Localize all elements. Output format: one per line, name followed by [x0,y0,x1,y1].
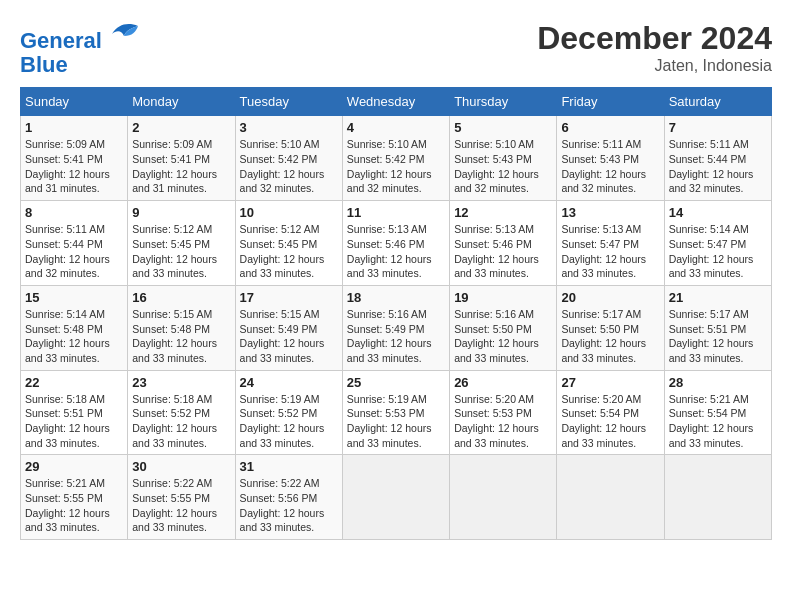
weekday-friday: Friday [557,88,664,116]
week-row-4: 22Sunrise: 5:18 AMSunset: 5:51 PMDayligh… [21,370,772,455]
day-info: Sunrise: 5:22 AMSunset: 5:55 PMDaylight:… [132,476,230,535]
day-number: 17 [240,290,338,305]
day-number: 9 [132,205,230,220]
weekday-saturday: Saturday [664,88,771,116]
calendar-cell: 14Sunrise: 5:14 AMSunset: 5:47 PMDayligh… [664,201,771,286]
calendar-cell [342,455,449,540]
calendar-cell: 17Sunrise: 5:15 AMSunset: 5:49 PMDayligh… [235,285,342,370]
calendar-cell: 1Sunrise: 5:09 AMSunset: 5:41 PMDaylight… [21,116,128,201]
day-number: 12 [454,205,552,220]
day-info: Sunrise: 5:19 AMSunset: 5:52 PMDaylight:… [240,392,338,451]
day-info: Sunrise: 5:17 AMSunset: 5:50 PMDaylight:… [561,307,659,366]
calendar-table: SundayMondayTuesdayWednesdayThursdayFrid… [20,87,772,540]
day-number: 28 [669,375,767,390]
day-number: 6 [561,120,659,135]
day-info: Sunrise: 5:09 AMSunset: 5:41 PMDaylight:… [132,137,230,196]
calendar-cell: 19Sunrise: 5:16 AMSunset: 5:50 PMDayligh… [450,285,557,370]
calendar-cell: 21Sunrise: 5:17 AMSunset: 5:51 PMDayligh… [664,285,771,370]
logo-blue: Blue [20,52,68,77]
calendar-cell: 11Sunrise: 5:13 AMSunset: 5:46 PMDayligh… [342,201,449,286]
day-info: Sunrise: 5:12 AMSunset: 5:45 PMDaylight:… [132,222,230,281]
day-info: Sunrise: 5:10 AMSunset: 5:43 PMDaylight:… [454,137,552,196]
day-number: 21 [669,290,767,305]
weekday-header-row: SundayMondayTuesdayWednesdayThursdayFrid… [21,88,772,116]
day-info: Sunrise: 5:11 AMSunset: 5:44 PMDaylight:… [669,137,767,196]
day-number: 8 [25,205,123,220]
day-info: Sunrise: 5:15 AMSunset: 5:48 PMDaylight:… [132,307,230,366]
week-row-2: 8Sunrise: 5:11 AMSunset: 5:44 PMDaylight… [21,201,772,286]
calendar-cell [557,455,664,540]
day-number: 25 [347,375,445,390]
calendar-cell: 23Sunrise: 5:18 AMSunset: 5:52 PMDayligh… [128,370,235,455]
day-info: Sunrise: 5:17 AMSunset: 5:51 PMDaylight:… [669,307,767,366]
calendar-cell: 16Sunrise: 5:15 AMSunset: 5:48 PMDayligh… [128,285,235,370]
day-info: Sunrise: 5:12 AMSunset: 5:45 PMDaylight:… [240,222,338,281]
day-number: 30 [132,459,230,474]
calendar-cell: 31Sunrise: 5:22 AMSunset: 5:56 PMDayligh… [235,455,342,540]
calendar-cell [664,455,771,540]
calendar-cell: 7Sunrise: 5:11 AMSunset: 5:44 PMDaylight… [664,116,771,201]
weekday-tuesday: Tuesday [235,88,342,116]
day-info: Sunrise: 5:13 AMSunset: 5:47 PMDaylight:… [561,222,659,281]
day-number: 29 [25,459,123,474]
day-number: 5 [454,120,552,135]
calendar-cell: 26Sunrise: 5:20 AMSunset: 5:53 PMDayligh… [450,370,557,455]
calendar-cell: 9Sunrise: 5:12 AMSunset: 5:45 PMDaylight… [128,201,235,286]
logo-general: General [20,28,102,53]
day-info: Sunrise: 5:20 AMSunset: 5:53 PMDaylight:… [454,392,552,451]
calendar-cell: 28Sunrise: 5:21 AMSunset: 5:54 PMDayligh… [664,370,771,455]
day-info: Sunrise: 5:21 AMSunset: 5:55 PMDaylight:… [25,476,123,535]
day-info: Sunrise: 5:14 AMSunset: 5:47 PMDaylight:… [669,222,767,281]
day-info: Sunrise: 5:13 AMSunset: 5:46 PMDaylight:… [347,222,445,281]
weekday-monday: Monday [128,88,235,116]
day-info: Sunrise: 5:20 AMSunset: 5:54 PMDaylight:… [561,392,659,451]
week-row-3: 15Sunrise: 5:14 AMSunset: 5:48 PMDayligh… [21,285,772,370]
calendar-cell: 27Sunrise: 5:20 AMSunset: 5:54 PMDayligh… [557,370,664,455]
day-info: Sunrise: 5:18 AMSunset: 5:51 PMDaylight:… [25,392,123,451]
calendar-cell: 4Sunrise: 5:10 AMSunset: 5:42 PMDaylight… [342,116,449,201]
day-number: 24 [240,375,338,390]
calendar-cell: 20Sunrise: 5:17 AMSunset: 5:50 PMDayligh… [557,285,664,370]
day-number: 22 [25,375,123,390]
day-number: 31 [240,459,338,474]
title-area: December 2024 Jaten, Indonesia [537,20,772,75]
calendar-cell: 3Sunrise: 5:10 AMSunset: 5:42 PMDaylight… [235,116,342,201]
day-number: 14 [669,205,767,220]
day-info: Sunrise: 5:09 AMSunset: 5:41 PMDaylight:… [25,137,123,196]
calendar-cell: 22Sunrise: 5:18 AMSunset: 5:51 PMDayligh… [21,370,128,455]
logo-bird-icon [110,20,140,48]
day-info: Sunrise: 5:11 AMSunset: 5:43 PMDaylight:… [561,137,659,196]
weekday-thursday: Thursday [450,88,557,116]
day-number: 18 [347,290,445,305]
weekday-wednesday: Wednesday [342,88,449,116]
day-number: 20 [561,290,659,305]
day-info: Sunrise: 5:16 AMSunset: 5:49 PMDaylight:… [347,307,445,366]
calendar-cell: 18Sunrise: 5:16 AMSunset: 5:49 PMDayligh… [342,285,449,370]
day-info: Sunrise: 5:19 AMSunset: 5:53 PMDaylight:… [347,392,445,451]
day-number: 7 [669,120,767,135]
day-info: Sunrise: 5:21 AMSunset: 5:54 PMDaylight:… [669,392,767,451]
calendar-cell: 15Sunrise: 5:14 AMSunset: 5:48 PMDayligh… [21,285,128,370]
day-info: Sunrise: 5:10 AMSunset: 5:42 PMDaylight:… [347,137,445,196]
day-number: 16 [132,290,230,305]
page-header: General Blue December 2024 Jaten, Indone… [20,20,772,77]
day-number: 4 [347,120,445,135]
calendar-cell: 24Sunrise: 5:19 AMSunset: 5:52 PMDayligh… [235,370,342,455]
week-row-1: 1Sunrise: 5:09 AMSunset: 5:41 PMDaylight… [21,116,772,201]
day-number: 19 [454,290,552,305]
day-info: Sunrise: 5:16 AMSunset: 5:50 PMDaylight:… [454,307,552,366]
calendar-cell: 13Sunrise: 5:13 AMSunset: 5:47 PMDayligh… [557,201,664,286]
day-number: 27 [561,375,659,390]
calendar-body: 1Sunrise: 5:09 AMSunset: 5:41 PMDaylight… [21,116,772,540]
day-number: 26 [454,375,552,390]
calendar-cell: 12Sunrise: 5:13 AMSunset: 5:46 PMDayligh… [450,201,557,286]
day-info: Sunrise: 5:15 AMSunset: 5:49 PMDaylight:… [240,307,338,366]
day-number: 10 [240,205,338,220]
day-info: Sunrise: 5:22 AMSunset: 5:56 PMDaylight:… [240,476,338,535]
calendar-cell: 30Sunrise: 5:22 AMSunset: 5:55 PMDayligh… [128,455,235,540]
day-number: 2 [132,120,230,135]
calendar-cell: 10Sunrise: 5:12 AMSunset: 5:45 PMDayligh… [235,201,342,286]
calendar-cell: 2Sunrise: 5:09 AMSunset: 5:41 PMDaylight… [128,116,235,201]
calendar-cell: 8Sunrise: 5:11 AMSunset: 5:44 PMDaylight… [21,201,128,286]
day-info: Sunrise: 5:18 AMSunset: 5:52 PMDaylight:… [132,392,230,451]
